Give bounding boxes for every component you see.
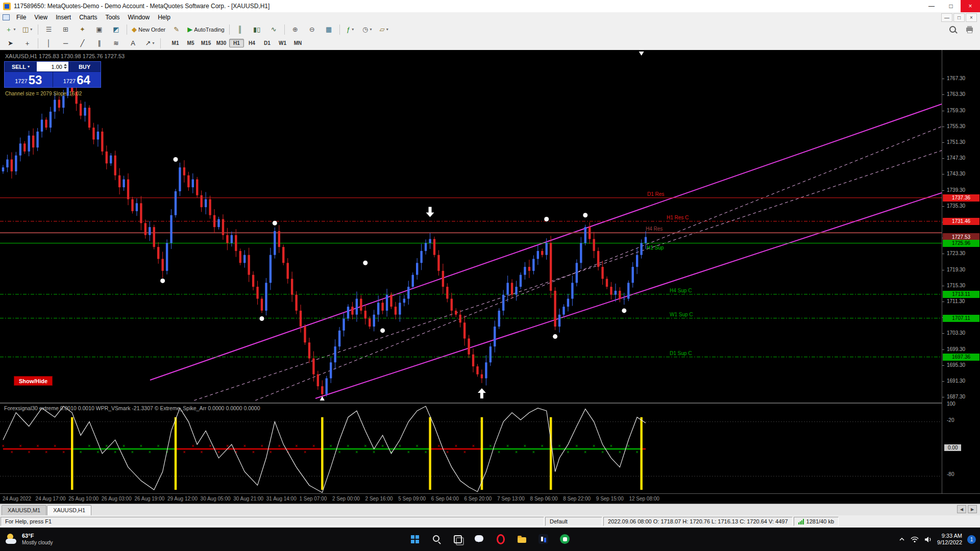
minimize-button[interactable]: — <box>922 0 941 12</box>
wifi-icon[interactable] <box>910 536 919 543</box>
taskbar-icon-chat[interactable] <box>471 530 488 549</box>
timeframe-m1[interactable]: M1 <box>168 39 183 47</box>
data-window-button[interactable]: ⊞ <box>58 23 74 36</box>
strategy-tester-icon: ◩ <box>113 26 119 33</box>
svg-text:×: × <box>10 449 13 455</box>
bar-chart-button[interactable]: ║ <box>232 23 248 36</box>
taskbar-icon-search[interactable] <box>428 530 445 549</box>
search-icon <box>430 533 443 546</box>
svg-text:H4 Sup C: H4 Sup C <box>670 288 692 293</box>
show-hide-button[interactable]: Show/Hide <box>14 376 53 386</box>
menu-charts[interactable]: Charts <box>75 13 101 22</box>
new-order-button[interactable]: ◆New Order <box>130 23 167 36</box>
volume-down-button[interactable] <box>64 67 67 70</box>
volume-up-button[interactable] <box>64 62 67 66</box>
strategy-tester-button[interactable]: ◩ <box>108 23 124 36</box>
new-chart-button[interactable]: ＋▾ <box>3 23 18 36</box>
menu-insert[interactable]: Insert <box>52 13 75 22</box>
tab-scroll-left-icon[interactable]: ◀ <box>957 505 966 513</box>
zoom-out-button[interactable]: ⊖ <box>304 23 320 36</box>
timeframe-d1[interactable]: D1 <box>260 39 275 47</box>
taskbar-icon-opera[interactable] <box>492 530 509 549</box>
svg-text:×: × <box>524 443 526 448</box>
menu-tools[interactable]: Tools <box>102 13 124 22</box>
taskbar-icon-green-app[interactable] <box>556 530 574 549</box>
indicator-panel[interactable]: ××××××××××××××××××××××××××××××××××××××××… <box>0 403 942 494</box>
volume-input[interactable]: 1.00 <box>37 62 68 71</box>
taskbar-clock[interactable]: 9:33 AM 9/12/2022 <box>937 533 962 546</box>
child-minimize-button[interactable]: — <box>941 13 952 22</box>
price-chart[interactable]: D1 ResH1 Res CH4 ResH1 SupH4 Sup CW1 Sup… <box>0 50 942 400</box>
svg-text:×: × <box>446 449 449 455</box>
timeframe-m15[interactable]: M15 <box>199 39 213 47</box>
taskbar-icon-file-explorer[interactable] <box>513 530 531 549</box>
vertical-line-button[interactable]: │ <box>41 37 57 49</box>
chevron-up-icon[interactable] <box>899 536 905 542</box>
line-chart-button[interactable]: ∿ <box>266 23 282 36</box>
zoom-in-button[interactable]: ⊕ <box>287 23 303 36</box>
periods-icon: ◷ <box>362 26 368 33</box>
menu-file[interactable]: File <box>12 13 30 22</box>
timeframe-m5[interactable]: M5 <box>183 39 198 47</box>
timeframe-m30[interactable]: M30 <box>214 39 229 47</box>
time-label: 30 Aug 21:00 <box>233 496 263 502</box>
horizontal-line-button[interactable]: ─ <box>58 37 74 49</box>
child-close-button[interactable]: × <box>966 13 977 22</box>
timeframe-h1[interactable]: H1 <box>229 39 244 47</box>
price-tick-label: 1759.30 <box>947 108 965 113</box>
periods-button[interactable]: ◷▾ <box>359 23 375 36</box>
taskbar-icon-tradingview[interactable] <box>535 530 552 549</box>
timeframe-w1[interactable]: W1 <box>275 39 290 47</box>
status-profile[interactable]: Default <box>545 517 602 526</box>
search-button[interactable] <box>945 23 961 36</box>
profiles-button[interactable]: ◫▾ <box>19 23 35 36</box>
autotrading-icon: ▶ <box>187 26 192 33</box>
price-chart-canvas[interactable]: D1 ResH1 Res CH4 ResH1 SupH4 Sup CW1 Sup… <box>0 50 942 400</box>
taskbar-icon-start[interactable] <box>406 530 424 549</box>
svg-text:×: × <box>114 449 116 455</box>
tab-scroll-right-icon[interactable]: ▶ <box>968 505 977 513</box>
arrows-button[interactable]: ↗▾ <box>142 37 158 49</box>
fibonacci-button[interactable]: ≋ <box>108 37 124 49</box>
sell-button[interactable]: SELL ▾ <box>5 62 37 71</box>
one-click-trading-panel: SELL ▾ 1.00 BUY 1727 53 1727 64 <box>4 61 101 88</box>
trendline-button[interactable]: ╱ <box>75 37 90 49</box>
timeframe-h4[interactable]: H4 <box>244 39 259 47</box>
buy-price[interactable]: 1727 64 <box>53 72 101 87</box>
menu-help[interactable]: Help <box>154 13 175 22</box>
maximize-button[interactable]: □ <box>941 0 961 12</box>
templates-button[interactable]: ▱▾ <box>376 23 392 36</box>
taskbar-icon-task-view[interactable] <box>449 530 467 549</box>
cursor-button[interactable]: ➤ <box>3 37 18 49</box>
indicator-canvas[interactable]: ××××××××××××××××××××××××××××××××××××××××… <box>0 404 942 494</box>
time-axis[interactable]: 24 Aug 202224 Aug 17:0025 Aug 10:0026 Au… <box>0 493 980 504</box>
navigator-button[interactable]: ✦ <box>75 23 90 36</box>
chart-tab-xauusd-h1[interactable]: XAUUSD,H1 <box>47 505 91 515</box>
close-button[interactable]: × <box>961 0 980 12</box>
autotrading-button[interactable]: ▶AutoTrading <box>185 23 227 36</box>
text-label-button[interactable]: A <box>125 37 141 49</box>
sell-price-big: 53 <box>29 74 42 86</box>
child-restore-button[interactable]: □ <box>953 13 965 22</box>
menu-window[interactable]: Window <box>124 13 154 22</box>
print-button[interactable] <box>962 23 977 36</box>
equidistant-channel-button[interactable]: ∥ <box>91 37 107 49</box>
sell-price[interactable]: 1727 53 <box>5 72 53 87</box>
market-watch-button[interactable]: ☰ <box>41 23 57 36</box>
buy-button[interactable]: BUY <box>68 62 101 71</box>
toolbar-separator <box>229 24 230 35</box>
crosshair-button[interactable]: ＋ <box>19 37 35 49</box>
svg-text:×: × <box>515 449 518 455</box>
menu-view[interactable]: View <box>30 13 52 22</box>
volume-icon[interactable] <box>924 536 932 543</box>
tile-windows-button[interactable]: ▦ <box>321 23 337 36</box>
indicators-button[interactable]: ƒ▾ <box>342 23 358 36</box>
price-axis[interactable]: 1767.301763.301759.301755.301751.301747.… <box>942 50 980 493</box>
svg-text:×: × <box>88 443 90 448</box>
timeframe-mn[interactable]: MN <box>290 39 305 47</box>
terminal-button[interactable]: ▣ <box>91 23 107 36</box>
candlestick-chart-button[interactable]: ▮▯ <box>249 23 265 36</box>
notification-badge[interactable]: 1 <box>967 535 976 544</box>
metaeditor-button[interactable]: ✎ <box>168 23 184 36</box>
chart-tab-xauusd-m1[interactable]: XAUUSD,M1 <box>2 505 46 515</box>
